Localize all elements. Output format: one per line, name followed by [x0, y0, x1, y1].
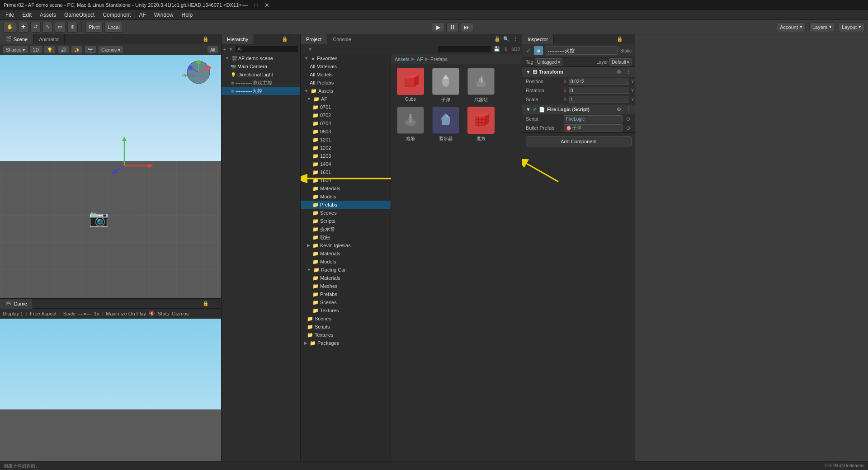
tab-scene[interactable]: 🎬 Scene: [0, 34, 33, 44]
2d-button[interactable]: 2D: [30, 46, 42, 54]
pivot-button[interactable]: Pivot: [85, 22, 103, 33]
inspector-more-icon[interactable]: ⋮: [625, 36, 632, 43]
layers-dropdown[interactable]: Layers ▾: [809, 22, 835, 32]
prefab-target-icon[interactable]: ⊙: [624, 124, 632, 132]
gizmos-dropdown[interactable]: Gizmos ▾: [98, 46, 123, 54]
tree-af[interactable]: ▼ 📁 AF: [301, 95, 391, 103]
asset-crystal[interactable]: 蓄水晶: [430, 107, 462, 142]
tree-root-scenes[interactable]: 📁 Scenes: [301, 315, 391, 323]
save-icon[interactable]: 💾: [493, 46, 500, 53]
transform-tool[interactable]: ⊕: [67, 22, 78, 33]
tree-songs[interactable]: 📁 歌曲: [301, 233, 391, 241]
script-enabled-checkbox[interactable]: ✓: [533, 106, 537, 113]
asset-cube[interactable]: Cube: [395, 68, 426, 103]
tree-racingcar[interactable]: ▼ 📁 Racing Car: [301, 266, 391, 274]
hand-tool[interactable]: ✋: [4, 22, 16, 33]
hierarchy-item-maincamera[interactable]: 📷 Main Camera: [222, 62, 300, 70]
tree-root-textures[interactable]: 📁 Textures: [301, 331, 391, 339]
project-search-input[interactable]: [437, 46, 491, 53]
rect-tool[interactable]: ▭: [55, 22, 66, 33]
shaded-dropdown[interactable]: Shaded ▾: [3, 46, 28, 54]
tree-scripts[interactable]: 📁 Scripts: [301, 217, 391, 225]
scale-slider[interactable]: —●—: [78, 311, 91, 316]
tree-materials[interactable]: 📁 Materials: [301, 184, 391, 193]
tree-scenes[interactable]: 📁 Scenes: [301, 209, 391, 217]
tree-prefabs[interactable]: 📁 Prefabs: [301, 201, 391, 209]
tag-dropdown[interactable]: Untagged ▾: [535, 58, 562, 66]
hierarchy-add-button[interactable]: +: [223, 47, 226, 52]
tab-game[interactable]: 🎮 Game: [0, 299, 33, 309]
game-lock-icon[interactable]: 🔒: [202, 300, 209, 307]
menu-item-window[interactable]: Window: [151, 11, 177, 19]
tree-1604[interactable]: 📁 1604: [301, 176, 391, 184]
tree-kevin[interactable]: ▶ 📁 Kevin Iglesias: [301, 241, 391, 249]
hierarchy-search[interactable]: [235, 46, 298, 53]
add-component-button[interactable]: Add Component: [526, 136, 632, 146]
script-settings-icon[interactable]: ⚙: [615, 106, 623, 113]
tree-rc-materials[interactable]: 📁 Materials: [301, 274, 391, 282]
active-checkbox[interactable]: ✓: [526, 47, 531, 54]
tree-1601[interactable]: 📁 1601: [301, 168, 391, 176]
menu-item-file[interactable]: File: [2, 11, 18, 19]
tree-ki-models[interactable]: 📁 Models: [301, 258, 391, 266]
tree-assets[interactable]: ▼ 📁 Assets: [301, 87, 391, 95]
favorites-all-models[interactable]: All Models: [301, 70, 391, 79]
gizmos-game-button[interactable]: Gizmos: [172, 311, 189, 316]
hierarchy-lock-icon[interactable]: 🔒: [281, 36, 288, 43]
tree-ki-materials[interactable]: 📁 Materials: [301, 249, 391, 258]
inspector-lock-icon[interactable]: 🔒: [616, 36, 623, 43]
scale-x-input[interactable]: [569, 96, 629, 103]
menu-item-help[interactable]: Help: [178, 11, 196, 19]
aspect-dropdown[interactable]: Free Aspect: [30, 311, 57, 316]
transform-menu-icon[interactable]: ⋮: [624, 68, 632, 75]
lock-icon[interactable]: 🔒: [202, 36, 209, 43]
hierarchy-item-gamecontrol[interactable]: ⊕ ----------游戏主控: [222, 79, 300, 87]
tree-root-scripts[interactable]: 📁 Scripts: [301, 323, 391, 331]
hierarchy-item-scene[interactable]: ▼ 🎬 AF demo scene: [222, 54, 300, 62]
object-name-input[interactable]: [546, 47, 618, 55]
pos-x-input[interactable]: [569, 78, 629, 85]
rotate-tool[interactable]: ↺: [30, 22, 41, 33]
menu-item-component[interactable]: Component: [99, 11, 134, 19]
hierarchy-item-firecontrol[interactable]: ⊕ ----------火控: [222, 87, 300, 95]
tree-tips[interactable]: 📁 提示音: [301, 225, 391, 233]
tree-models[interactable]: 📁 Models: [301, 193, 391, 201]
script-menu-icon[interactable]: ⋮: [624, 106, 632, 113]
tree-rc-prefabs[interactable]: 📁 Prefabs: [301, 290, 391, 298]
tree-packages[interactable]: ▶ 📁 Packages: [301, 339, 391, 347]
tab-hierarchy[interactable]: Hierarchy: [222, 34, 254, 44]
tree-rc-scenes[interactable]: 📁 Scenes: [301, 298, 391, 306]
asset-weapon-station[interactable]: 武器站: [465, 68, 497, 103]
display-dropdown[interactable]: Display 1: [3, 311, 23, 316]
tab-animator[interactable]: Animator: [33, 34, 65, 44]
tab-inspector[interactable]: Inspector: [522, 34, 554, 44]
fx-button[interactable]: ✨: [71, 46, 83, 54]
asset-bullet[interactable]: 子弹: [430, 68, 462, 103]
favorites-section[interactable]: ▼ ★ Favorites: [301, 54, 391, 62]
tree-1202[interactable]: 📁 1202: [301, 144, 391, 152]
fire-logic-header[interactable]: ▼ ✓ 📄 Fire Logic (Script) ⚙ ⋮: [522, 104, 635, 114]
rot-x-input[interactable]: [569, 87, 629, 94]
transform-settings-icon[interactable]: ⚙: [615, 68, 623, 75]
local-button[interactable]: Local: [104, 22, 123, 33]
asset-turret[interactable]: 炮塔: [395, 107, 426, 142]
favorites-all-prefabs[interactable]: All Prefabs: [301, 79, 391, 87]
close-button[interactable]: ✕: [263, 1, 270, 9]
script-target-icon[interactable]: ⊙: [624, 115, 632, 122]
stats-button[interactable]: Stats: [158, 311, 169, 316]
game-more-icon[interactable]: ⋮: [211, 300, 218, 307]
minimize-button[interactable]: —: [241, 1, 249, 9]
mute-button[interactable]: 🔇: [149, 310, 155, 316]
menu-item-af[interactable]: AF: [135, 11, 149, 19]
more-icon[interactable]: ⋮: [211, 36, 218, 43]
lighting-button[interactable]: 💡: [44, 46, 56, 54]
move-tool[interactable]: ✚: [18, 22, 28, 33]
tree-0701[interactable]: 📁 0701: [301, 103, 391, 111]
layer-dropdown[interactable]: Default ▾: [609, 58, 632, 66]
maximize-button[interactable]: □: [252, 1, 259, 9]
play-button[interactable]: ▶: [432, 22, 444, 32]
asset-rubiks[interactable]: 魔方: [465, 107, 497, 142]
scene-camera-button[interactable]: 📷: [85, 46, 96, 54]
project-search-icon[interactable]: 🔍: [503, 36, 510, 43]
favorites-all-materials[interactable]: All Materials: [301, 62, 391, 70]
